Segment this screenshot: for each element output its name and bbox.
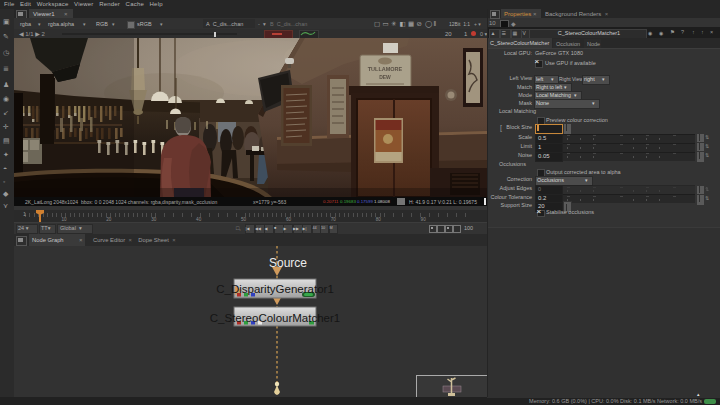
svg-text:Source: Source: [269, 256, 307, 270]
svg-text:C_StereoColourMatcher1: C_StereoColourMatcher1: [210, 312, 340, 324]
svg-text:DEW: DEW: [379, 74, 391, 80]
svg-text:TULLAMORE: TULLAMORE: [368, 66, 403, 72]
svg-text:C_DisparityGenerator1: C_DisparityGenerator1: [216, 283, 334, 295]
